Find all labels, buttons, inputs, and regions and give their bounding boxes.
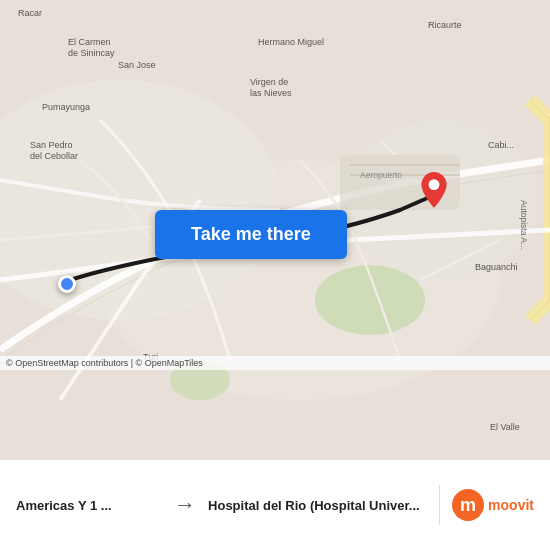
destination-name: Hospital del Rio (Hospital Univer... bbox=[208, 498, 427, 513]
svg-text:El Valle: El Valle bbox=[490, 422, 520, 432]
moovit-logo: m moovit bbox=[452, 489, 534, 521]
svg-text:San Pedro: San Pedro bbox=[30, 140, 73, 150]
take-me-there-button[interactable]: Take me there bbox=[155, 210, 347, 259]
svg-text:Baguanchi: Baguanchi bbox=[475, 262, 518, 272]
route-arrow-icon: → bbox=[174, 492, 196, 518]
bottom-bar: Americas Y 1 ... → Hospital del Rio (Hos… bbox=[0, 460, 550, 550]
map-container: Racar El Carmen de Sinincay San Jose Pum… bbox=[0, 0, 550, 460]
svg-text:de Sinincay: de Sinincay bbox=[68, 48, 115, 58]
svg-text:Ricaurte: Ricaurte bbox=[428, 20, 462, 30]
svg-text:Racar: Racar bbox=[18, 8, 42, 18]
app: Racar El Carmen de Sinincay San Jose Pum… bbox=[0, 0, 550, 550]
origin-marker bbox=[58, 275, 76, 293]
svg-text:San Jose: San Jose bbox=[118, 60, 156, 70]
svg-text:El Carmen: El Carmen bbox=[68, 37, 111, 47]
origin-name: Americas Y 1 ... bbox=[16, 498, 162, 513]
route-destination: Hospital del Rio (Hospital Univer... bbox=[208, 498, 427, 513]
svg-text:Virgen de: Virgen de bbox=[250, 77, 288, 87]
map-attribution: © OpenStreetMap contributors | © OpenMap… bbox=[0, 356, 550, 370]
svg-text:las Nieves: las Nieves bbox=[250, 88, 292, 98]
moovit-name: moovit bbox=[488, 497, 534, 513]
route-origin: Americas Y 1 ... bbox=[16, 498, 162, 513]
svg-text:del Cebollar: del Cebollar bbox=[30, 151, 78, 161]
moovit-icon: m bbox=[452, 489, 484, 521]
svg-text:Aeropuerto: Aeropuerto bbox=[360, 170, 402, 180]
divider bbox=[439, 485, 440, 525]
svg-text:Hermano Miguel: Hermano Miguel bbox=[258, 37, 324, 47]
destination-marker bbox=[420, 172, 448, 208]
svg-text:Autopista A...: Autopista A... bbox=[519, 200, 529, 250]
svg-text:Cabi...: Cabi... bbox=[488, 140, 514, 150]
svg-text:Pumayunga: Pumayunga bbox=[42, 102, 90, 112]
svg-point-24 bbox=[429, 179, 440, 190]
